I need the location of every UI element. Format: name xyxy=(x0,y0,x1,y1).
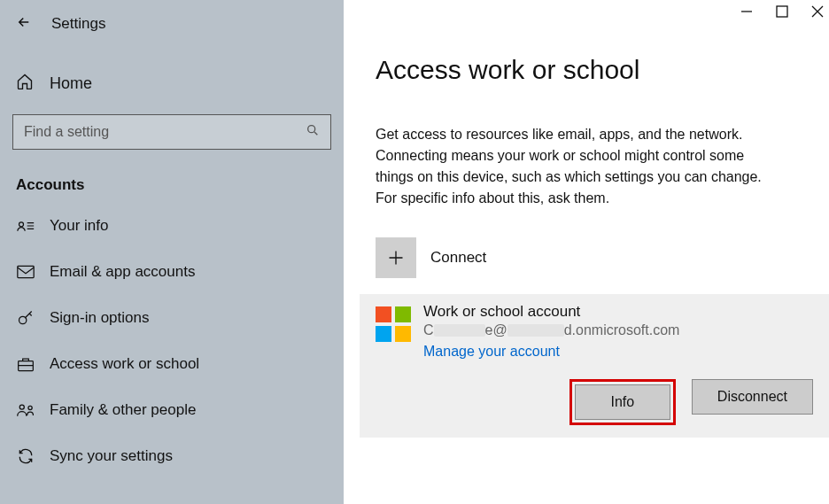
svg-point-6 xyxy=(28,406,32,409)
account-card[interactable]: Work or school account C e@ d.onmicrosof… xyxy=(360,294,829,438)
mail-icon xyxy=(16,265,35,279)
connect-label: Connect xyxy=(430,249,486,267)
person-card-icon xyxy=(16,218,35,234)
search-icon xyxy=(306,123,320,141)
sidebar: Settings Home Accounts Your info Email &… xyxy=(0,0,344,504)
home-label: Home xyxy=(50,74,92,93)
svg-point-5 xyxy=(19,405,24,409)
svg-rect-7 xyxy=(777,6,787,17)
search-box[interactable] xyxy=(12,114,331,150)
svg-rect-9 xyxy=(395,306,411,322)
nav-sync-settings[interactable]: Sync your settings xyxy=(0,433,344,479)
nav-label: Access work or school xyxy=(50,355,199,373)
info-button[interactable]: Info xyxy=(575,384,670,420)
briefcase-icon xyxy=(16,356,35,372)
maximize-icon[interactable] xyxy=(776,5,788,21)
header-title: Settings xyxy=(51,15,105,33)
nav-label: Your info xyxy=(50,217,108,235)
page-description: Get access to resources like email, apps… xyxy=(344,85,804,209)
search-input[interactable] xyxy=(24,124,306,140)
window-controls xyxy=(740,5,824,21)
header: Settings xyxy=(0,0,344,48)
key-icon xyxy=(16,309,35,327)
nav-label: Sign-in options xyxy=(50,309,149,327)
back-arrow-icon[interactable] xyxy=(16,14,32,35)
svg-rect-10 xyxy=(376,326,391,342)
main-content: Access work or school Get access to reso… xyxy=(344,0,829,504)
microsoft-logo-icon xyxy=(376,306,411,342)
redacted-text xyxy=(507,324,564,337)
close-icon[interactable] xyxy=(811,5,824,21)
nav-signin-options[interactable]: Sign-in options xyxy=(0,295,344,341)
nav-label: Sync your settings xyxy=(50,447,173,465)
home-nav[interactable]: Home xyxy=(0,60,344,107)
sync-icon xyxy=(16,447,35,465)
nav-family-people[interactable]: Family & other people xyxy=(0,387,344,433)
info-highlight: Info xyxy=(569,379,676,425)
redacted-text xyxy=(434,324,485,337)
disconnect-button[interactable]: Disconnect xyxy=(692,379,813,415)
account-email: C e@ d.onmicrosoft.com xyxy=(423,322,679,338)
minimize-icon[interactable] xyxy=(740,5,753,21)
nav-access-work-school[interactable]: Access work or school xyxy=(0,341,344,387)
svg-point-1 xyxy=(19,222,24,227)
nav-label: Email & app accounts xyxy=(50,263,195,281)
home-icon xyxy=(16,73,35,95)
svg-rect-8 xyxy=(376,306,391,322)
svg-rect-2 xyxy=(18,266,34,277)
plus-icon xyxy=(376,237,416,278)
people-icon xyxy=(16,402,35,418)
svg-rect-11 xyxy=(395,326,411,342)
nav-label: Family & other people xyxy=(50,401,196,419)
nav-your-info[interactable]: Your info xyxy=(0,203,344,249)
account-title: Work or school account xyxy=(423,303,679,321)
svg-point-0 xyxy=(308,126,315,133)
manage-account-link[interactable]: Manage your account xyxy=(423,344,679,360)
section-title: Accounts xyxy=(0,157,344,203)
nav-email-accounts[interactable]: Email & app accounts xyxy=(0,249,344,295)
connect-button[interactable]: Connect xyxy=(360,237,829,278)
